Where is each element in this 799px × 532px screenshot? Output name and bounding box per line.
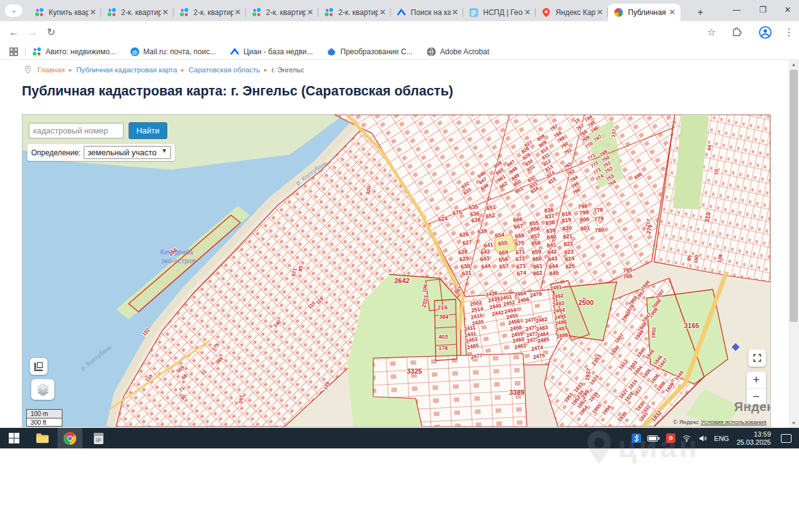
bookmark-label: Преобразование С... [340, 47, 413, 56]
tab-search-chevron-icon[interactable]: ⌄ [5, 4, 22, 17]
bookmark-item-4[interactable]: Преобразование С... [326, 47, 413, 57]
apps-grid-icon[interactable] [9, 47, 19, 57]
parcel-label: 176 [438, 345, 448, 351]
ymaps-favicon-icon [541, 7, 551, 17]
taskbar-clock[interactable]: 13:59 25.03.2025 [737, 430, 771, 447]
tab-close-icon[interactable]: ✕ [596, 8, 604, 17]
tab-2[interactable]: 2-к. квартир✕ [101, 4, 174, 21]
scrollbar-thumb[interactable] [790, 70, 798, 322]
bookmark-item-3[interactable]: Циан - база недви... [230, 47, 313, 57]
new-tab-button[interactable]: + [693, 5, 708, 20]
back-icon[interactable]: ← [6, 25, 21, 40]
tab-9[interactable]: Публичная к✕ [608, 4, 680, 21]
tab-close-icon[interactable]: ✕ [89, 8, 97, 17]
breadcrumb-home-link[interactable]: Главная [37, 66, 65, 74]
start-button[interactable] [6, 431, 21, 446]
breadcrumb-link-region[interactable]: Саратовская область [189, 66, 260, 74]
scroll-up-icon[interactable]: ▲ [788, 60, 799, 69]
tab-7[interactable]: НСПД | Геои✕ [463, 4, 536, 21]
battery-icon[interactable] [647, 435, 660, 442]
tab-close-icon[interactable]: ✕ [451, 8, 459, 17]
copyright-text: © Яндекс [673, 418, 699, 425]
zoom-in-button[interactable]: + [747, 372, 766, 389]
bookmark-item-2[interactable]: @Mail.ru: почта, поис... [130, 47, 216, 57]
breadcrumb-separator: ▸ [182, 67, 185, 73]
cadastral-number-input[interactable] [29, 123, 124, 138]
bookmark-item-5[interactable]: Adobe Acrobat [426, 47, 489, 57]
close-button[interactable]: ✕ [775, 0, 799, 20]
island-name-label: эко-остров [161, 257, 195, 264]
reload-icon[interactable]: ↻ [44, 25, 59, 40]
windows-taskbar: ENG 13:59 25.03.2025 [0, 428, 799, 448]
parcel-label: 628 [458, 248, 468, 256]
action-center-icon[interactable] [781, 434, 792, 443]
parcel-label: 3389 [509, 389, 524, 396]
parcel-label: 801 [580, 225, 590, 232]
folder-icon [36, 433, 49, 444]
breadcrumb-current: г. Энгельс [272, 66, 304, 74]
parcel-label: 384 [439, 314, 448, 320]
tab-1[interactable]: Купить квар✕ [29, 4, 101, 21]
measure-button[interactable] [30, 358, 47, 375]
tab-close-icon[interactable]: ✕ [378, 8, 387, 17]
tab-4[interactable]: 2-к. квартир✕ [246, 4, 318, 21]
parcel-label: 821 [562, 233, 572, 240]
bookmark-star-icon[interactable]: ☆ [704, 25, 719, 40]
layers-button[interactable] [31, 379, 54, 400]
wifi-icon[interactable] [682, 434, 692, 443]
maximize-button[interactable]: ❐ [750, 0, 776, 20]
avito-favicon-icon [32, 47, 42, 57]
parcel-label: 655 [498, 239, 507, 247]
language-indicator[interactable]: ENG [714, 435, 729, 442]
breadcrumb-link-map[interactable]: Публичная кадастровая карта [76, 66, 177, 74]
volume-icon[interactable] [698, 434, 708, 443]
chrome-taskbar-button[interactable] [57, 428, 82, 448]
canvas-margin [0, 448, 799, 532]
parcel-label: 656 [498, 256, 508, 263]
tab-close-icon[interactable]: ✕ [233, 8, 242, 17]
tab-close-icon[interactable]: ✕ [306, 8, 315, 17]
terms-link[interactable]: Условия использования [701, 418, 767, 425]
scroll-down-icon[interactable]: ▼ [788, 418, 799, 428]
bookmark-label: Adobe Acrobat [440, 47, 489, 56]
file-explorer-button[interactable] [35, 431, 50, 446]
cadastral-map[interactable]: 6756246356366386396266276286296306316416… [22, 114, 771, 427]
find-button[interactable]: Найти [129, 122, 167, 139]
parcel-label: 666 [512, 216, 522, 223]
roscadastr-favicon-icon [614, 7, 624, 17]
bluetooth-icon[interactable] [632, 433, 641, 443]
parcel-label: 651 [486, 204, 496, 211]
fullscreen-button[interactable] [748, 349, 766, 367]
minimize-button[interactable]: — [723, 0, 750, 20]
island-name-label: Кенгуриба [160, 248, 194, 256]
tab-close-icon[interactable]: ✕ [161, 8, 170, 17]
tab-3[interactable]: 2-к. квартир✕ [174, 4, 246, 21]
parcel-label: 674 [516, 269, 526, 277]
tab-close-icon[interactable]: ✕ [668, 8, 677, 17]
map-canvas[interactable]: 6756246356366386396266276286296306316416… [22, 115, 770, 427]
windows-logo-icon [9, 433, 19, 443]
definition-select[interactable]: земельный участок [84, 146, 171, 159]
parcel-label: 840 [546, 233, 556, 241]
page-scrollbar[interactable]: ▲ ▼ [788, 60, 799, 428]
cian-favicon-icon [230, 47, 240, 57]
parcel-label: 627 [462, 239, 472, 246]
menu-kebab-icon[interactable]: ⋮ [782, 25, 797, 40]
bookmark-item-1[interactable]: Авито: недвижимо... [32, 47, 116, 57]
parcel-label: 778 [593, 206, 603, 214]
map-attribution: © Яндекс Условия использования [673, 418, 767, 425]
parcel-label: 626 [459, 231, 469, 238]
parcel-label: 630 [460, 263, 470, 270]
browser-tabstrip: ⌄ Купить квар✕2-к. квартир✕2-к. квартир✕… [0, 0, 799, 21]
recorder-app-icon[interactable] [666, 433, 675, 443]
extensions-puzzle-icon[interactable] [729, 25, 744, 40]
browser-toolbar: ← → ↻ roscadaster.com/map/saratovskaya-o… [0, 21, 799, 44]
tab-close-icon[interactable]: ✕ [523, 8, 532, 17]
profile-avatar[interactable] [758, 25, 773, 40]
tab-6[interactable]: Поиск на кар✕ [391, 4, 463, 21]
tab-5[interactable]: 2-к. квартир✕ [318, 4, 391, 21]
notes-app-button[interactable] [91, 431, 106, 446]
parcel-label: 799 [579, 209, 589, 216]
tab-8[interactable]: Яндекс Карт✕ [536, 4, 608, 21]
parcel-label: 3325 [407, 367, 422, 375]
